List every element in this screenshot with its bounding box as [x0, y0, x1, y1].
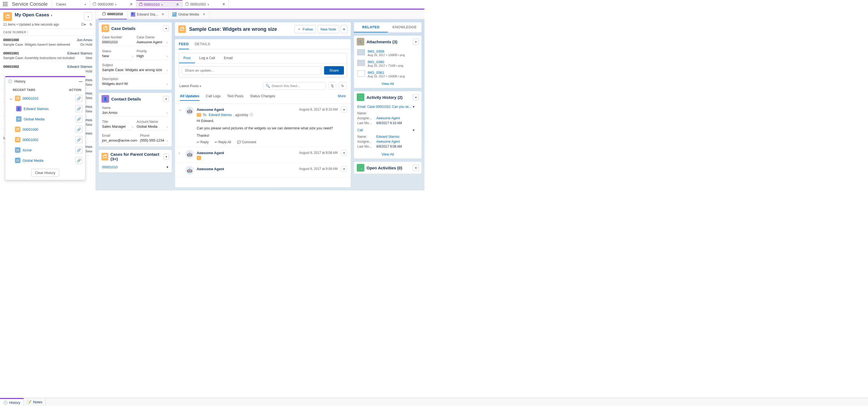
ff-more[interactable]: More	[338, 94, 346, 101]
edit-icon[interactable]: ✎	[166, 83, 168, 86]
reply-all-button[interactable]: ↩ Reply All	[215, 140, 231, 144]
subtab-account[interactable]: 🏢 Global Media ✕	[168, 9, 210, 19]
history-item[interactable]: ⌄ 00001010 🔗	[5, 93, 85, 104]
collapse-icon[interactable]: ⌄	[9, 96, 13, 100]
feed-settings-button[interactable]: ⇅	[329, 82, 336, 90]
file-link[interactable]: IMG_0361	[368, 70, 384, 75]
edit-icon[interactable]: ✎	[166, 112, 168, 115]
feed-search[interactable]: 🔍 Search this feed...	[263, 82, 326, 90]
file-link[interactable]: IMG_0360	[368, 60, 384, 64]
nav-object-cases[interactable]: Cases	[52, 0, 90, 9]
chevron-down-icon[interactable]	[51, 12, 52, 18]
refresh-icon[interactable]: ↻	[90, 23, 92, 26]
email-link[interactable]: jon_amos@acme.com	[102, 138, 137, 142]
workspace-tab-active[interactable]: 00001010 ✕	[136, 0, 183, 9]
chevron-down-icon[interactable]	[115, 2, 117, 6]
card-menu-button[interactable]: ▾	[163, 96, 169, 102]
subtab-case[interactable]: 00001010	[98, 9, 127, 19]
new-note-button[interactable]: New Note	[317, 25, 339, 33]
workspace-tab[interactable]: 00001000 ✕	[90, 0, 136, 9]
open-link-button[interactable]: 🔗	[75, 126, 83, 133]
row-menu-button[interactable]: ▾	[413, 105, 418, 110]
edit-icon[interactable]: ✎	[166, 55, 168, 59]
recipient-link[interactable]: Edward Stamos	[209, 113, 232, 117]
open-link-button[interactable]: 🔗	[75, 136, 83, 143]
account-link[interactable]: Global Media	[136, 124, 168, 128]
workspace-tab[interactable]: 00001002 ✕	[183, 0, 229, 9]
feed-item-menu[interactable]: ▾	[341, 150, 347, 156]
history-item[interactable]: 🏢 Acme 🔗	[5, 145, 85, 155]
subtab-contact[interactable]: 👤 Edward Sta... ✕	[127, 9, 168, 19]
expand-icon[interactable]: ›	[179, 150, 183, 160]
card-menu-button[interactable]: ▾	[163, 153, 169, 160]
card-menu-button[interactable]: ▾	[413, 165, 419, 171]
feed-item-menu[interactable]: ▾	[341, 107, 347, 113]
history-item[interactable]: 00001000 🔗	[5, 124, 85, 135]
history-link[interactable]: Global Media	[24, 117, 44, 121]
close-icon[interactable]: ✕	[176, 2, 180, 6]
activity-subject[interactable]: Call	[357, 128, 413, 134]
chevron-down-icon[interactable]	[85, 2, 86, 6]
listview-title[interactable]: My Open Cases	[15, 12, 81, 18]
col-case-number[interactable]: CASE NUMBER	[3, 30, 26, 34]
history-link[interactable]: Global Media	[23, 158, 43, 163]
edit-icon[interactable]: ✎	[131, 125, 134, 129]
collapse-icon[interactable]: ⌄	[179, 107, 183, 144]
ff-all[interactable]: All Updates	[180, 94, 199, 101]
row-menu-button[interactable]: ▾	[413, 128, 418, 134]
app-launcher-icon[interactable]	[0, 2, 11, 7]
pub-tab-post[interactable]: Post	[179, 53, 195, 63]
activity-subject[interactable]: Email: Case 00001010: Can you se...	[357, 105, 413, 110]
attachment-item[interactable]: IMG_0360Aug 16, 2017 • 71KB • png	[354, 58, 422, 69]
feed-sort[interactable]: Latest Posts	[179, 84, 201, 88]
close-icon[interactable]: ✕	[222, 2, 226, 6]
attachment-item[interactable]: IMG_0361Aug 16, 2017 • 160KB • png	[354, 69, 422, 80]
assignee-link[interactable]: Awesome Agent	[376, 140, 418, 144]
history-item[interactable]: 🏢 Global Media 🔗	[5, 155, 85, 166]
contact-link[interactable]: Edward Stamos	[376, 135, 418, 139]
view-all-activity[interactable]: View All	[381, 152, 394, 156]
tab-feed[interactable]: FEED	[179, 42, 189, 49]
row-menu-button[interactable]: ▾	[166, 165, 168, 169]
close-icon[interactable]: ✕	[203, 12, 206, 16]
close-icon[interactable]: ✕	[161, 12, 164, 16]
display-toggle-icon[interactable]: ☷▾	[81, 23, 86, 26]
comment-button[interactable]: 💬 Comment	[237, 140, 256, 144]
listview-actions-button[interactable]	[84, 12, 92, 21]
pub-tab-log[interactable]: Log a Call	[195, 53, 220, 63]
feed-refresh-button[interactable]: ↻	[339, 82, 346, 90]
close-icon[interactable]: ✕	[129, 2, 133, 6]
edit-icon[interactable]: ✎	[135, 139, 137, 143]
open-link-button[interactable]: 🔗	[75, 95, 83, 102]
open-link-button[interactable]: 🔗	[75, 105, 83, 112]
edit-icon[interactable]: ✎	[166, 69, 168, 72]
edit-icon[interactable]: ✎	[166, 139, 168, 143]
chevron-down-icon[interactable]	[208, 2, 209, 6]
case-row[interactable]: 00001000Jon Amos Sample Case: Widgets ha…	[0, 36, 95, 49]
assignee-link[interactable]: Awesome Agent	[376, 116, 418, 120]
history-item[interactable]: 00001002 🔗	[5, 135, 85, 145]
attachment-item[interactable]: IMG_0358Aug 16, 2017 • 108KB • png	[354, 48, 422, 58]
clear-history-button[interactable]: Clear History	[31, 169, 59, 177]
file-link[interactable]: IMG_0358	[368, 49, 384, 53]
feed-item-menu[interactable]: ▾	[341, 166, 347, 172]
actions-menu-button[interactable]: ▾	[341, 25, 347, 33]
reply-button[interactable]: ↩ Reply	[197, 140, 209, 144]
chevron-down-icon[interactable]	[161, 2, 163, 6]
open-link-button[interactable]: 🔗	[75, 115, 83, 122]
history-item[interactable]: 👤 Edward Stamos 🔗	[5, 104, 85, 114]
open-link-button[interactable]: 🔗	[75, 157, 83, 164]
info-icon[interactable]: ⓘ	[250, 113, 253, 117]
history-link[interactable]: 00001000	[23, 127, 38, 132]
pub-tab-email[interactable]: Email	[220, 53, 237, 63]
card-menu-button[interactable]: ▾	[413, 39, 419, 45]
history-item[interactable]: 🏢 Global Media 🔗	[5, 114, 85, 124]
tab-related[interactable]: RELATED	[354, 22, 388, 32]
view-all-attachments[interactable]: View All	[381, 82, 394, 86]
case-row[interactable]: 00001001Edward Stamos Sample Case: Assem…	[0, 49, 95, 62]
ff-text[interactable]: Text Posts	[227, 94, 244, 101]
tab-details[interactable]: DETAILS	[195, 42, 210, 49]
share-button[interactable]: Share	[324, 66, 344, 75]
ff-calls[interactable]: Call Logs	[206, 94, 221, 101]
follow-button[interactable]: ＋Follow	[294, 25, 316, 33]
